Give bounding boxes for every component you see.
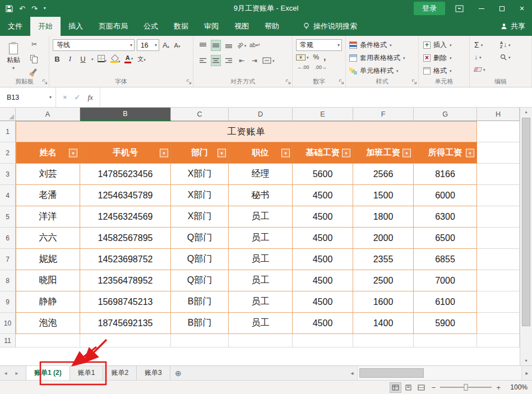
new-sheet-button[interactable]: ⊕ — [170, 366, 186, 380]
login-button[interactable]: 登录 — [414, 2, 445, 15]
data-cell[interactable]: 员工 — [229, 206, 293, 228]
empty-cell[interactable] — [477, 313, 520, 334]
data-cell[interactable]: 8166 — [414, 164, 477, 185]
scroll-right-button[interactable]: ▸ — [522, 370, 532, 376]
empty-cell[interactable] — [353, 334, 414, 347]
format-as-table-button[interactable]: 套用表格格式▾ — [349, 52, 405, 64]
close-button[interactable]: × — [512, 0, 532, 17]
data-cell[interactable]: 14582567895 — [80, 228, 171, 249]
empty-cell[interactable] — [293, 334, 353, 347]
data-cell[interactable]: 14523698752 — [80, 249, 171, 270]
filter-dropdown-button[interactable]: ▾ — [218, 149, 226, 157]
empty-cell[interactable] — [477, 185, 520, 206]
align-bottom-button[interactable] — [224, 40, 234, 51]
ribbon-tab-5[interactable]: 审阅 — [196, 17, 226, 36]
data-cell[interactable]: 1600 — [353, 291, 414, 313]
increase-indent-button[interactable]: ⇥ — [249, 55, 260, 66]
data-cell[interactable]: 员工 — [229, 291, 293, 313]
sheet-tab-2[interactable]: 账单2 — [103, 366, 137, 380]
increase-font-button[interactable]: A▴ — [161, 41, 170, 49]
column-header-c[interactable]: C — [171, 108, 229, 121]
column-header-d[interactable]: D — [229, 108, 293, 121]
row-header-6[interactable]: 6 — [0, 228, 16, 249]
sheet-nav-left-button[interactable]: ◂ — [0, 366, 11, 380]
clear-button[interactable]: ▾ — [474, 63, 500, 76]
tab-file[interactable]: 文件 — [0, 17, 30, 36]
align-center-button[interactable] — [211, 55, 221, 66]
data-cell[interactable]: 6855 — [414, 249, 477, 270]
cancel-button[interactable]: × — [63, 94, 67, 101]
dialog-launcher-icon[interactable] — [285, 79, 291, 85]
increase-decimal-button[interactable]: ←.00 — [297, 65, 309, 70]
data-cell[interactable]: 5900 — [414, 313, 477, 334]
percent-style-button[interactable]: % — [313, 54, 320, 61]
share-button[interactable]: 共享 — [501, 17, 525, 36]
filter-dropdown-button[interactable]: ▾ — [160, 149, 168, 157]
data-cell[interactable]: X部门 — [171, 185, 229, 206]
row-header-1[interactable]: 1 — [0, 121, 16, 142]
underline-button[interactable]: U — [78, 55, 87, 63]
data-cell[interactable]: B部门 — [171, 291, 229, 313]
data-cell[interactable]: 刘芸 — [16, 164, 80, 185]
formula-input[interactable] — [100, 87, 532, 107]
data-cell[interactable]: Q部门 — [171, 270, 229, 291]
filter-dropdown-button[interactable]: ▾ — [403, 149, 411, 157]
empty-cell[interactable] — [477, 334, 520, 347]
phonetic-guide-button[interactable]: 文▾ — [137, 55, 146, 63]
ribbon-tab-1[interactable]: 插入 — [61, 17, 91, 36]
fill-button[interactable]: ↓▾ — [474, 51, 500, 63]
ribbon-tab-0[interactable]: 开始 — [30, 17, 61, 36]
horizontal-scroll-track[interactable] — [357, 366, 522, 380]
zoom-slider[interactable] — [440, 387, 492, 388]
redo-button[interactable]: ↷ — [31, 5, 38, 12]
data-cell[interactable]: 12456324569 — [80, 206, 171, 228]
data-cell[interactable]: 员工 — [229, 228, 293, 249]
data-cell[interactable]: 经理 — [229, 164, 293, 185]
accounting-format-button[interactable]: ¥▾ — [296, 54, 309, 61]
zoom-slider-thumb[interactable] — [464, 384, 468, 391]
maximize-button[interactable] — [492, 0, 512, 17]
empty-cell[interactable] — [477, 228, 520, 249]
normal-view-button[interactable] — [390, 382, 401, 393]
select-all-corner[interactable] — [0, 108, 16, 121]
zoom-in-button[interactable]: + — [496, 384, 501, 391]
row-header-9[interactable]: 9 — [0, 291, 16, 313]
data-cell[interactable]: 静静 — [16, 291, 80, 313]
undo-button[interactable]: ↶ — [19, 5, 25, 12]
data-cell[interactable]: 2500 — [353, 270, 414, 291]
italic-button[interactable]: I — [66, 54, 75, 63]
cell-styles-button[interactable]: 单元格样式▾ — [349, 65, 405, 77]
data-cell[interactable]: Q部门 — [171, 228, 229, 249]
align-middle-button[interactable] — [211, 40, 221, 51]
data-cell[interactable]: 6000 — [414, 185, 477, 206]
scroll-down-button[interactable]: ▾ — [520, 356, 532, 365]
orientation-button[interactable]: ab▾ — [237, 40, 247, 51]
fill-color-button[interactable]: ▾ — [110, 55, 121, 63]
chevron-down-icon[interactable]: ▾ — [49, 95, 52, 100]
column-header-b[interactable]: B — [80, 108, 171, 121]
data-cell[interactable]: 1800 — [353, 206, 414, 228]
align-top-button[interactable] — [198, 40, 208, 51]
minimize-button[interactable] — [471, 0, 492, 17]
data-cell[interactable]: B部门 — [171, 313, 229, 334]
empty-cell[interactable] — [16, 334, 80, 347]
data-cell[interactable]: 六六 — [16, 228, 80, 249]
row-header-3[interactable]: 3 — [0, 164, 16, 185]
ribbon-tab-6[interactable]: 视图 — [226, 17, 257, 36]
dialog-launcher-icon[interactable] — [186, 79, 192, 85]
data-cell[interactable]: 2000 — [353, 228, 414, 249]
sheet-title-cell[interactable]: 工资账单 — [16, 121, 477, 142]
font-color-button[interactable]: A▾ — [124, 55, 133, 63]
zoom-out-button[interactable]: − — [432, 384, 436, 391]
ribbon-tab-3[interactable]: 公式 — [136, 17, 166, 36]
data-cell[interactable]: 18745692135 — [80, 313, 171, 334]
enter-button[interactable]: ✓ — [75, 94, 81, 101]
ribbon-tab-7[interactable]: 帮助 — [257, 17, 287, 36]
ribbon-tab-2[interactable]: 页面布局 — [91, 17, 136, 36]
row-header-7[interactable]: 7 — [0, 249, 16, 270]
comma-style-button[interactable]: , — [323, 53, 326, 61]
data-cell[interactable]: Q部门 — [171, 249, 229, 270]
row-header-4[interactable]: 4 — [0, 185, 16, 206]
data-cell[interactable]: 员工 — [229, 249, 293, 270]
row-header-10[interactable]: 10 — [0, 313, 16, 334]
